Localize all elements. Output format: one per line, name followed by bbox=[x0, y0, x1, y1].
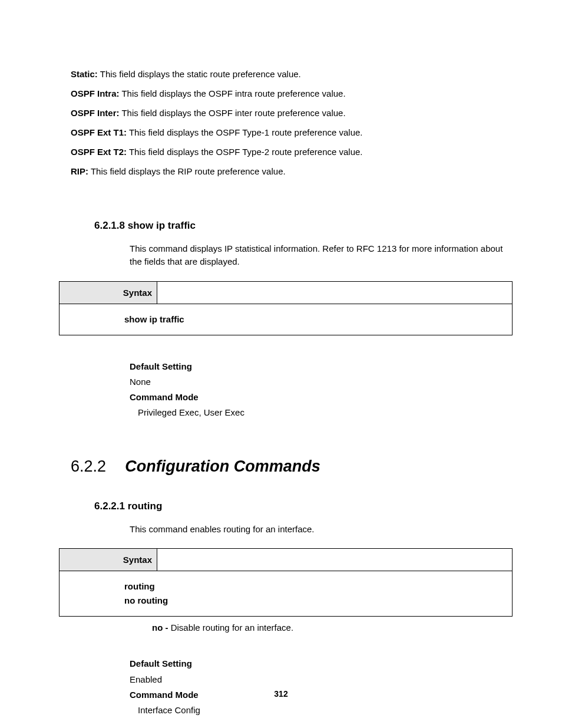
syntax-header: Syntax bbox=[59, 281, 157, 304]
field-label: OSPF Ext T2: bbox=[71, 147, 127, 157]
syntax-header-spacer bbox=[157, 549, 513, 571]
field-label: OSPF Ext T1: bbox=[71, 127, 127, 137]
field-desc: This field displays the RIP route prefer… bbox=[91, 166, 286, 176]
syntax-table: Syntax show ip traffic bbox=[59, 281, 513, 335]
no-desc: Disable routing for an interface. bbox=[171, 622, 293, 633]
subsection-heading-show-ip-traffic: 6.2.1.8 show ip traffic bbox=[94, 220, 509, 232]
default-setting-label: Default Setting bbox=[130, 656, 509, 671]
subsection-body: This command enables routing for an inte… bbox=[130, 523, 509, 536]
syntax-header-spacer bbox=[157, 281, 513, 304]
default-setting-label: Default Setting bbox=[130, 359, 509, 374]
syntax-body: show ip traffic bbox=[59, 304, 513, 335]
page-number: 312 bbox=[0, 689, 562, 699]
subsection-body: This command displays IP statistical inf… bbox=[130, 242, 509, 268]
subsection-title: routing bbox=[128, 500, 163, 512]
field-item: OSPF Ext T2: This field displays the OSP… bbox=[71, 146, 509, 158]
subsection-title: show ip traffic bbox=[128, 220, 196, 231]
field-item: OSPF Intra: This field displays the OSPF… bbox=[71, 87, 509, 100]
field-label: OSPF Intra: bbox=[71, 88, 120, 98]
field-desc: This field displays the OSPF inter route… bbox=[121, 108, 345, 118]
no-option-note: no - Disable routing for an interface. bbox=[152, 622, 509, 633]
field-definitions: Static: This field displays the static r… bbox=[71, 68, 509, 177]
subsection-number: 6.2.2.1 bbox=[94, 500, 125, 512]
details-block: Default Setting Enabled Command Mode Int… bbox=[130, 656, 509, 718]
command-mode-label: Command Mode bbox=[130, 390, 509, 405]
details-block: Default Setting None Command Mode Privil… bbox=[130, 359, 509, 421]
syntax-table: Syntax routing no routing bbox=[59, 548, 513, 617]
field-item: Static: This field displays the static r… bbox=[71, 68, 509, 80]
default-setting-value: Enabled bbox=[130, 672, 509, 687]
field-desc: This field displays the static route pre… bbox=[100, 69, 301, 79]
field-desc: This field displays the OSPF intra route… bbox=[121, 88, 345, 98]
field-desc: This field displays the OSPF Type-2 rout… bbox=[129, 147, 363, 157]
command-mode-value: Interface Config bbox=[130, 703, 509, 718]
no-label: no - bbox=[152, 622, 171, 633]
field-label: Static: bbox=[71, 69, 98, 79]
field-label: RIP: bbox=[71, 166, 88, 176]
field-item: OSPF Ext T1: This field displays the OSP… bbox=[71, 126, 509, 139]
syntax-body: routing no routing bbox=[59, 571, 513, 617]
syntax-line: routing bbox=[124, 579, 507, 594]
section-title: Configuration Commands bbox=[125, 457, 320, 476]
section-number: 6.2.2 bbox=[71, 457, 123, 476]
subsection-number: 6.2.1.8 bbox=[94, 220, 125, 231]
field-item: RIP: This field displays the RIP route p… bbox=[71, 165, 509, 177]
page-container: Static: This field displays the static r… bbox=[0, 0, 562, 728]
field-desc: This field displays the OSPF Type-1 rout… bbox=[129, 127, 363, 137]
field-item: OSPF Inter: This field displays the OSPF… bbox=[71, 107, 509, 119]
command-mode-value: Privileged Exec, User Exec bbox=[130, 405, 509, 420]
section-heading-configuration-commands: 6.2.2 Configuration Commands bbox=[71, 457, 509, 476]
field-label: OSPF Inter: bbox=[71, 108, 120, 118]
subsection-heading-routing: 6.2.2.1 routing bbox=[94, 500, 509, 512]
syntax-header: Syntax bbox=[59, 549, 157, 571]
default-setting-value: None bbox=[130, 374, 509, 390]
syntax-line: no routing bbox=[124, 594, 507, 608]
